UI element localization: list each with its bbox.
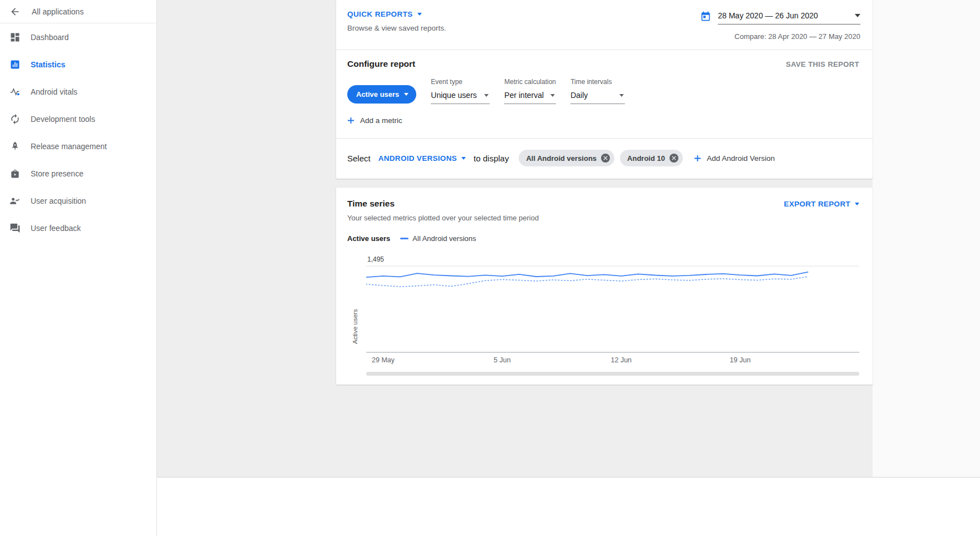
content-column: QUICK REPORTS Browse & view saved report… [336,0,873,385]
chevron-down-icon [855,203,859,205]
add-metric-button[interactable]: Add a metric [347,116,859,125]
sidebar-item-label: Dashboard [31,33,69,42]
select-label: Select [347,154,371,163]
to-display-label: to display [474,154,509,163]
store-presence-icon [9,168,21,179]
event-type-label: Event type [431,78,490,86]
quick-reports-label: QUICK REPORTS [347,10,413,18]
add-android-version-label: Add Android Version [707,154,775,163]
chevron-down-icon [619,94,624,97]
metric-pill-button[interactable]: Active users [347,85,416,104]
time-intervals-value: Daily [570,91,588,100]
x-tick-label: 12 Jun [611,356,632,364]
sidebar-item-user-acquisition[interactable]: User acquisition [0,187,156,214]
event-type-value: Unique users [431,91,477,100]
release-management-icon [9,141,21,152]
time-series-chart: 1,495 29 May 5 Jun 12 Jun 19 Jun [366,259,859,376]
development-tools-icon [9,114,21,125]
x-tick-label: 19 Jun [730,356,751,364]
chips-group: All Android versions Android 10 [519,150,683,166]
export-report-label: EXPORT REPORT [784,200,850,208]
time-series-subtitle: Your selected metrics plotted over your … [347,214,859,222]
app-root: All applications Dashboard Statistics An… [0,0,980,536]
date-range-value: 28 May 2020 — 26 Jun 2020 [718,11,818,20]
plus-icon [694,155,701,162]
remove-icon[interactable] [669,154,678,163]
sidebar-item-dashboard[interactable]: Dashboard [0,23,156,51]
dashboard-icon [9,32,21,43]
sidebar: All applications Dashboard Statistics An… [0,0,157,536]
chip-label: Android 10 [627,154,665,163]
quick-reports-subtitle: Browse & view saved reports. [347,24,446,32]
chart-horizontal-scrollbar[interactable] [366,372,859,376]
line-chart [366,259,859,353]
sidebar-item-label: User feedback [31,224,81,233]
legend-series-label: All Android versions [412,234,476,243]
quick-reports-dropdown[interactable]: QUICK REPORTS [347,10,446,18]
user-acquisition-icon [9,195,21,206]
sidebar-item-label: User acquisition [31,196,86,205]
date-range-picker[interactable]: 28 May 2020 — 26 Jun 2020 [718,11,860,24]
plus-icon [347,117,354,124]
remove-icon[interactable] [601,154,610,163]
metric-calculation-select[interactable]: Per interval [504,90,556,104]
export-report-button[interactable]: EXPORT REPORT [784,200,859,208]
time-series-title: Time series [347,199,395,209]
metric-calculation-label: Metric calculation [504,78,556,86]
sidebar-item-release-management[interactable]: Release management [0,132,156,160]
chevron-down-icon [417,13,422,16]
android-versions-dropdown[interactable]: ANDROID VERSIONS [378,154,466,163]
save-report-button[interactable]: SAVE THIS REPORT [786,60,859,68]
sidebar-item-label: Android vitals [31,87,77,96]
user-feedback-icon [9,223,21,234]
chevron-down-icon [461,157,466,160]
time-intervals-label: Time intervals [570,78,625,86]
chip-label: All Android versions [526,154,597,163]
sidebar-item-user-feedback[interactable]: User feedback [0,214,156,242]
chevron-down-icon [550,94,555,97]
metric-pill-label: Active users [356,90,399,99]
event-type-field: Event type Unique users [431,78,490,104]
sidebar-item-store-presence[interactable]: Store presence [0,160,156,187]
chevron-down-icon [484,94,489,97]
time-intervals-select[interactable]: Daily [570,90,625,104]
add-android-version-button[interactable]: Add Android Version [694,154,775,163]
calendar-icon [700,11,711,24]
sidebar-item-android-vitals[interactable]: Android vitals [0,78,156,105]
chevron-down-icon [855,14,860,17]
chart-legend: Active users All Android versions [347,234,859,243]
time-intervals-field: Time intervals Daily [570,78,625,104]
sidebar-item-all-applications[interactable]: All applications [0,0,156,23]
y-axis-max-label: 1,495 [367,255,384,263]
x-axis-labels: 29 May 5 Jun 12 Jun 19 Jun [366,356,859,370]
metric-calculation-field: Metric calculation Per interval [504,78,556,104]
statistics-icon [9,59,21,70]
compare-range-label: Compare: 28 Apr 2020 — 27 May 2020 [735,32,860,41]
event-type-select[interactable]: Unique users [431,90,490,104]
scrollbar-thumb[interactable] [366,372,859,376]
right-gutter [873,0,980,477]
sidebar-item-label: Release management [31,142,107,151]
chip-all-android-versions[interactable]: All Android versions [519,150,614,166]
legend-metric-label: Active users [347,234,390,243]
android-vitals-icon [9,86,21,97]
x-tick-label: 29 May [372,356,395,364]
configure-report-card: QUICK REPORTS Browse & view saved report… [336,0,873,179]
sidebar-item-label: Statistics [31,60,65,69]
x-tick-label: 5 Jun [494,356,511,364]
bottom-strip [157,477,980,536]
metric-calculation-value: Per interval [504,91,544,100]
sidebar-item-development-tools[interactable]: Development tools [0,105,156,132]
android-versions-label: ANDROID VERSIONS [378,154,457,163]
y-axis-title: Active users [352,309,358,344]
add-metric-label: Add a metric [360,116,402,125]
configure-report-title: Configure report [347,59,415,69]
main-area: QUICK REPORTS Browse & view saved report… [157,0,980,536]
chevron-down-icon [404,93,408,96]
sidebar-item-statistics[interactable]: Statistics [0,51,156,78]
time-series-card: Time series EXPORT REPORT Your selected … [336,188,873,385]
sidebar-item-label: Store presence [31,169,83,178]
sidebar-item-label: Development tools [31,115,95,124]
all-applications-label: All applications [32,7,83,16]
chip-android-10[interactable]: Android 10 [620,150,683,166]
